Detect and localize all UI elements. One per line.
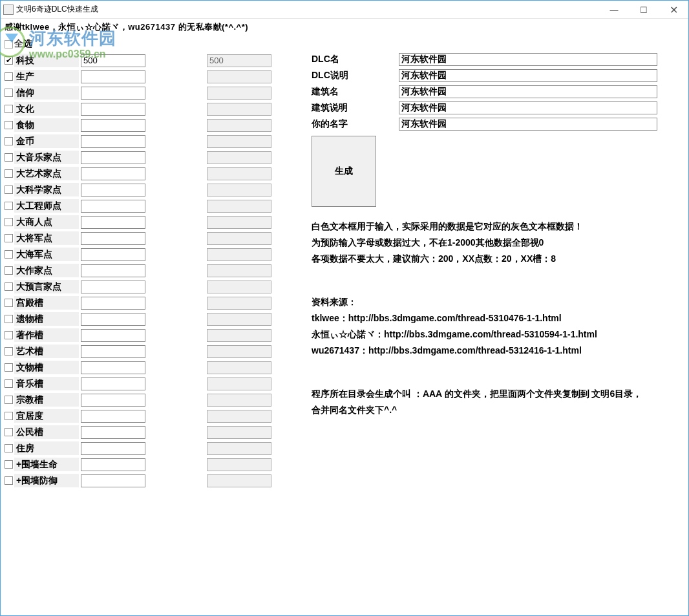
attr-input[interactable]: [81, 474, 145, 487]
attr-input[interactable]: [81, 184, 145, 196]
attr-checkbox[interactable]: [5, 412, 13, 420]
attr-label: 艺术槽: [14, 345, 79, 358]
attr-checkbox[interactable]: [5, 153, 13, 162]
attr-checkbox[interactable]: [5, 379, 13, 388]
meta-row: 建筑名: [312, 83, 673, 100]
meta-input[interactable]: [399, 69, 657, 82]
meta-label: DLC名: [312, 54, 399, 65]
attr-input[interactable]: [81, 458, 145, 471]
attr-row: +围墙生命: [5, 456, 282, 473]
attr-row: 文物槽: [5, 359, 282, 376]
attr-row: 食物: [5, 117, 282, 133]
attr-checkbox[interactable]: [5, 315, 13, 323]
minimize-button[interactable]: —: [599, 1, 629, 19]
meta-input[interactable]: [399, 85, 657, 98]
attr-checkbox[interactable]: [5, 282, 13, 291]
attr-input[interactable]: [81, 216, 145, 229]
attr-checkbox[interactable]: [5, 331, 13, 339]
attr-checkbox[interactable]: [5, 234, 13, 242]
attr-label: 大科学家点: [14, 183, 79, 196]
attr-input[interactable]: [81, 377, 145, 390]
attr-input[interactable]: [81, 200, 145, 213]
attr-readonly: [207, 248, 271, 261]
meta-input[interactable]: [399, 53, 657, 66]
attributes-panel: 全选 ✔科技生产信仰文化食物金币大音乐家点大艺术家点大科学家点大工程师点大商人点…: [5, 37, 282, 489]
attr-label: 住房: [14, 441, 79, 455]
attr-input[interactable]: [81, 151, 145, 164]
attr-row: 大音乐家点: [5, 149, 282, 165]
attr-row: 音乐槽: [5, 376, 282, 392]
attr-checkbox[interactable]: [5, 169, 13, 178]
attr-checkbox[interactable]: [5, 202, 13, 210]
attr-checkbox[interactable]: [5, 460, 13, 469]
attr-checkbox[interactable]: [5, 89, 13, 97]
attr-checkbox[interactable]: [5, 137, 13, 145]
attr-input[interactable]: [81, 135, 145, 148]
attr-input[interactable]: [81, 361, 145, 374]
attr-input[interactable]: [81, 345, 145, 358]
attr-checkbox[interactable]: [5, 105, 13, 113]
hint-line: 白色文本框用于输入，实际采用的数据是它对应的灰色文本框数据！: [312, 218, 673, 235]
close-button[interactable]: ✕: [659, 1, 688, 19]
attr-input[interactable]: [81, 87, 145, 100]
meta-input[interactable]: [399, 101, 657, 114]
attr-checkbox[interactable]: [5, 72, 13, 81]
attr-input[interactable]: [81, 103, 145, 116]
footer-block: 程序所在目录会生成个叫 ：AAA 的文件夹，把里面两个文件夹复制到 文明6目录，…: [312, 386, 673, 418]
attr-checkbox[interactable]: [5, 250, 13, 259]
attr-checkbox[interactable]: [5, 428, 13, 436]
attr-label: 大商人点: [14, 215, 79, 229]
attr-row: 著作槽: [5, 327, 282, 343]
attr-checkbox[interactable]: [5, 347, 13, 356]
attr-input[interactable]: [81, 119, 145, 132]
attr-checkbox[interactable]: [5, 186, 13, 194]
attr-row: 宜居度: [5, 408, 282, 424]
attr-readonly: [207, 329, 271, 342]
attr-checkbox[interactable]: [5, 121, 13, 129]
attr-input[interactable]: [81, 232, 145, 245]
attr-row: 住房: [5, 440, 282, 456]
generate-button[interactable]: 生成: [312, 136, 376, 207]
attr-checkbox[interactable]: [5, 444, 13, 452]
attr-readonly: [207, 54, 271, 67]
select-all-checkbox[interactable]: [5, 40, 13, 48]
meta-row: 建筑说明: [312, 100, 673, 116]
attr-label: 食物: [14, 118, 79, 132]
attr-input[interactable]: [81, 426, 145, 439]
attr-row: 生产: [5, 69, 282, 85]
attr-input[interactable]: [81, 394, 145, 407]
content-area: 河东软件园 www.pc0359.cn 感谢tklwee，永恒ぃ☆心諾ヾ，wu2…: [1, 19, 688, 491]
attr-input[interactable]: [81, 442, 145, 455]
attr-row: ✔科技: [5, 52, 282, 69]
thanks-text: 感谢tklwee，永恒ぃ☆心諾ヾ，wu2671437 的无私奉献(*^.^*): [5, 21, 684, 33]
attr-checkbox[interactable]: [5, 476, 13, 485]
attr-input[interactable]: [81, 281, 145, 293]
attr-checkbox[interactable]: [5, 266, 13, 275]
attr-input[interactable]: [81, 264, 145, 277]
attr-input[interactable]: [81, 167, 145, 180]
attr-input[interactable]: [81, 70, 145, 83]
sources-block: 资料来源： tklwee：http://bbs.3dmgame.com/thre…: [312, 294, 673, 359]
attr-checkbox[interactable]: [5, 218, 13, 226]
attr-input[interactable]: [81, 297, 145, 310]
attr-checkbox[interactable]: [5, 396, 13, 404]
attr-label: 文化: [14, 102, 79, 116]
window-title: 文明6奇迹DLC快速生成: [16, 4, 686, 15]
maximize-button[interactable]: ☐: [629, 1, 659, 19]
attr-input[interactable]: [81, 329, 145, 342]
meta-input[interactable]: [399, 118, 657, 131]
attr-checkbox[interactable]: [5, 299, 13, 307]
attr-input[interactable]: [81, 248, 145, 261]
attr-row: +围墙防御: [5, 473, 282, 489]
attr-input[interactable]: [81, 54, 145, 67]
attr-checkbox[interactable]: [5, 363, 13, 372]
attr-row: 艺术槽: [5, 343, 282, 359]
attr-label: 音乐槽: [14, 377, 79, 390]
attr-readonly: [207, 264, 271, 277]
attr-input[interactable]: [81, 410, 145, 423]
attr-input[interactable]: [81, 313, 145, 326]
attr-label: 公民槽: [14, 425, 79, 439]
attr-checkbox[interactable]: ✔: [5, 56, 13, 65]
attr-readonly: [207, 216, 271, 229]
attr-label: 科技: [14, 54, 79, 67]
